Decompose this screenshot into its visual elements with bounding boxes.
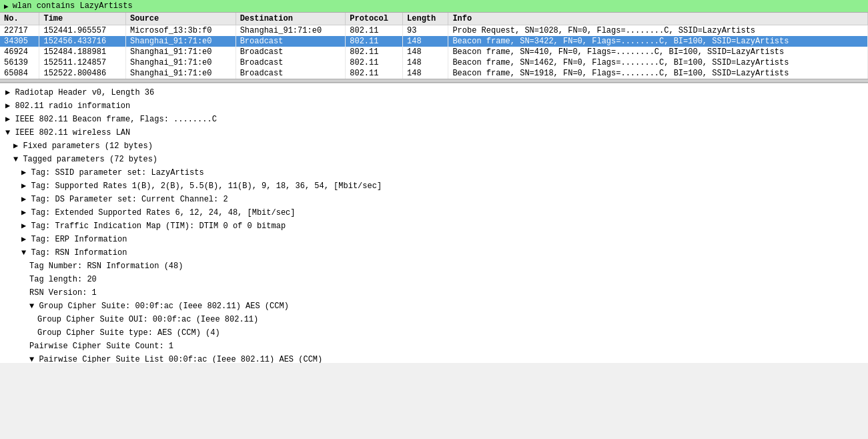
cell-1: 152511.124857 xyxy=(39,57,126,68)
detail-line[interactable]: ▶ IEEE 802.11 Beacon frame, Flags: .....… xyxy=(0,113,868,126)
filter-bar: ▶ wlan contains LazyArtists xyxy=(0,0,868,13)
detail-line: Group Cipher Suite OUI: 00:0f:ac (Ieee 8… xyxy=(0,313,868,326)
cell-4: 802.11 xyxy=(346,68,403,79)
cell-0: 22717 xyxy=(0,25,39,37)
col-source: Source xyxy=(126,13,236,25)
cell-0: 65084 xyxy=(0,68,39,79)
cell-4: 802.11 xyxy=(346,36,403,47)
table-row[interactable]: 56139152511.124857Shanghai_91:71:e0Broad… xyxy=(0,57,868,68)
detail-line: Tag Number: RSN Information (48) xyxy=(0,260,868,273)
col-destination: Destination xyxy=(236,13,346,25)
cell-6: Beacon frame, SN=410, FN=0, Flags=......… xyxy=(448,47,868,57)
cell-1: 152484.188981 xyxy=(39,47,126,57)
detail-line[interactable]: ▶ Tag: Supported Rates 1(B), 2(B), 5.5(B… xyxy=(0,179,868,193)
cell-6: Probe Request, SN=1028, FN=0, Flags=....… xyxy=(448,25,868,37)
cell-4: 802.11 xyxy=(346,57,403,68)
cell-2: Microsof_13:3b:f0 xyxy=(126,25,236,37)
detail-line[interactable]: ▶ Tag: Extended Supported Rates 6, 12, 2… xyxy=(0,206,868,220)
detail-line[interactable]: ▶ Tag: Traffic Indication Map (TIM): DTI… xyxy=(0,220,868,233)
packet-list-container: No. Time Source Destination Protocol Len… xyxy=(0,13,868,79)
table-row[interactable]: 34305152456.433716Shanghai_91:71:e0Broad… xyxy=(0,36,868,47)
col-length: Length xyxy=(403,13,448,25)
filter-text: wlan contains LazyArtists xyxy=(13,1,133,11)
cell-1: 152456.433716 xyxy=(39,36,126,47)
col-time: Time xyxy=(39,13,126,25)
cell-6: Beacon frame, SN=1918, FN=0, Flags=.....… xyxy=(448,68,868,79)
filter-arrow: ▶ xyxy=(4,2,9,11)
cell-3: Broadcast xyxy=(236,47,346,57)
col-info: Info xyxy=(448,13,868,25)
detail-line[interactable]: ▶ 802.11 radio information xyxy=(0,99,868,113)
cell-3: Broadcast xyxy=(236,36,346,47)
cell-0: 34305 xyxy=(0,36,39,47)
detail-line[interactable]: ▶ Tag: ERP Information xyxy=(0,233,868,246)
detail-line[interactable]: ▼ Tag: RSN Information xyxy=(0,246,868,260)
packet-rows: 22717152441.965557Microsof_13:3b:f0Shang… xyxy=(0,25,868,79)
cell-1: 152441.965557 xyxy=(39,25,126,37)
detail-line[interactable]: ▶ Tag: DS Parameter set: Current Channel… xyxy=(0,193,868,206)
detail-line[interactable]: ▼ IEEE 802.11 wireless LAN xyxy=(0,126,868,139)
packet-table: No. Time Source Destination Protocol Len… xyxy=(0,13,868,79)
table-row[interactable]: 22717152441.965557Microsof_13:3b:f0Shang… xyxy=(0,25,868,37)
detail-line: Pairwise Cipher Suite Count: 1 xyxy=(0,340,868,353)
detail-lines: ▶ Radiotap Header v0, Length 36▶ 802.11 … xyxy=(0,86,868,363)
detail-line[interactable]: ▶ Tag: SSID parameter set: LazyArtists xyxy=(0,166,868,179)
cell-5: 148 xyxy=(403,47,448,57)
detail-panel: ▶ Radiotap Header v0, Length 36▶ 802.11 … xyxy=(0,83,868,363)
cell-2: Shanghai_91:71:e0 xyxy=(126,47,236,57)
detail-line[interactable]: ▼ Tagged parameters (72 bytes) xyxy=(0,153,868,166)
detail-line: RSN Version: 1 xyxy=(0,286,868,300)
detail-line: Tag length: 20 xyxy=(0,273,868,286)
cell-3: Shanghai_91:71:e0 xyxy=(236,25,346,37)
cell-6: Beacon frame, SN=3422, FN=0, Flags=.....… xyxy=(448,36,868,47)
detail-line[interactable]: ▼ Group Cipher Suite: 00:0f:ac (Ieee 802… xyxy=(0,300,868,313)
cell-5: 148 xyxy=(403,36,448,47)
table-row[interactable]: 65084152522.800486Shanghai_91:71:e0Broad… xyxy=(0,68,868,79)
cell-6: Beacon frame, SN=1462, FN=0, Flags=.....… xyxy=(448,57,868,68)
detail-line[interactable]: ▶ Fixed parameters (12 bytes) xyxy=(0,139,868,153)
cell-5: 148 xyxy=(403,68,448,79)
cell-3: Broadcast xyxy=(236,57,346,68)
cell-3: Broadcast xyxy=(236,68,346,79)
cell-5: 93 xyxy=(403,25,448,37)
cell-2: Shanghai_91:71:e0 xyxy=(126,36,236,47)
cell-4: 802.11 xyxy=(346,47,403,57)
cell-5: 148 xyxy=(403,57,448,68)
col-no: No. xyxy=(0,13,39,25)
detail-line[interactable]: ▶ Radiotap Header v0, Length 36 xyxy=(0,86,868,99)
cell-1: 152522.800486 xyxy=(39,68,126,79)
cell-2: Shanghai_91:71:e0 xyxy=(126,68,236,79)
cell-4: 802.11 xyxy=(346,25,403,37)
detail-line: Group Cipher Suite type: AES (CCM) (4) xyxy=(0,326,868,340)
cell-0: 46924 xyxy=(0,47,39,57)
cell-2: Shanghai_91:71:e0 xyxy=(126,57,236,68)
cell-0: 56139 xyxy=(0,57,39,68)
table-header: No. Time Source Destination Protocol Len… xyxy=(0,13,868,25)
table-row[interactable]: 46924152484.188981Shanghai_91:71:e0Broad… xyxy=(0,47,868,57)
detail-line[interactable]: ▼ Pairwise Cipher Suite List 00:0f:ac (I… xyxy=(0,353,868,363)
col-protocol: Protocol xyxy=(346,13,403,25)
